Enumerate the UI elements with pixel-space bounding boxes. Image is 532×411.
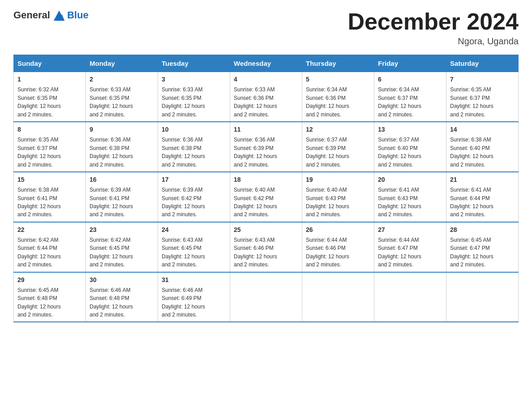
day-number: 5 <box>306 75 370 84</box>
day-info: Sunrise: 6:35 AMSunset: 6:37 PMDaylight:… <box>450 86 493 117</box>
day-number: 6 <box>378 75 442 84</box>
day-info: Sunrise: 6:33 AMSunset: 6:35 PMDaylight:… <box>162 86 205 117</box>
logo-icon <box>53 9 65 21</box>
day-number: 2 <box>90 75 154 84</box>
calendar-cell: 7Sunrise: 6:35 AMSunset: 6:37 PMDaylight… <box>446 72 519 122</box>
column-header-tuesday: Tuesday <box>158 55 230 72</box>
day-number: 21 <box>450 175 515 184</box>
column-header-sunday: Sunday <box>14 55 86 72</box>
calendar-week-row: 8Sunrise: 6:35 AMSunset: 6:37 PMDaylight… <box>14 122 519 172</box>
calendar-cell: 14Sunrise: 6:38 AMSunset: 6:40 PMDayligh… <box>446 122 519 172</box>
day-info: Sunrise: 6:45 AMSunset: 6:48 PMDaylight:… <box>17 287 61 318</box>
day-number: 29 <box>17 275 82 284</box>
day-number: 14 <box>450 125 515 134</box>
day-info: Sunrise: 6:40 AMSunset: 6:43 PMDaylight:… <box>306 187 349 218</box>
column-header-thursday: Thursday <box>302 55 374 72</box>
day-info: Sunrise: 6:42 AMSunset: 6:44 PMDaylight:… <box>17 237 61 268</box>
day-number: 13 <box>378 125 442 134</box>
day-number: 19 <box>306 175 370 184</box>
day-info: Sunrise: 6:37 AMSunset: 6:40 PMDaylight:… <box>378 137 421 167</box>
day-number: 9 <box>90 125 154 134</box>
day-info: Sunrise: 6:32 AMSunset: 6:35 PMDaylight:… <box>17 86 61 117</box>
day-number: 11 <box>234 125 298 134</box>
calendar-cell: 10Sunrise: 6:36 AMSunset: 6:38 PMDayligh… <box>158 122 230 172</box>
day-info: Sunrise: 6:42 AMSunset: 6:45 PMDaylight:… <box>90 237 133 268</box>
calendar-cell: 29Sunrise: 6:45 AMSunset: 6:48 PMDayligh… <box>14 272 86 322</box>
calendar-cell: 8Sunrise: 6:35 AMSunset: 6:37 PMDaylight… <box>14 122 86 172</box>
column-header-saturday: Saturday <box>446 55 519 72</box>
page-header: General Blue December 2024 Ngora, Uganda <box>13 9 519 47</box>
day-number: 17 <box>162 175 226 184</box>
day-info: Sunrise: 6:36 AMSunset: 6:38 PMDaylight:… <box>90 137 133 167</box>
calendar-cell: 5Sunrise: 6:34 AMSunset: 6:36 PMDaylight… <box>302 72 374 122</box>
day-number: 4 <box>234 75 298 84</box>
calendar-cell: 25Sunrise: 6:43 AMSunset: 6:46 PMDayligh… <box>230 222 302 272</box>
logo-general-text: General <box>13 9 50 21</box>
day-info: Sunrise: 6:33 AMSunset: 6:36 PMDaylight:… <box>234 86 277 117</box>
day-number: 20 <box>378 175 442 184</box>
day-info: Sunrise: 6:46 AMSunset: 6:48 PMDaylight:… <box>90 287 133 318</box>
calendar-cell <box>230 272 302 322</box>
column-header-friday: Friday <box>374 55 446 72</box>
calendar-cell: 18Sunrise: 6:40 AMSunset: 6:42 PMDayligh… <box>230 172 302 222</box>
day-info: Sunrise: 6:38 AMSunset: 6:41 PMDaylight:… <box>17 187 61 218</box>
calendar-cell: 1Sunrise: 6:32 AMSunset: 6:35 PMDaylight… <box>14 72 86 122</box>
logo: General Blue <box>13 9 89 21</box>
day-number: 8 <box>17 125 82 134</box>
day-number: 27 <box>378 225 442 234</box>
calendar-cell: 17Sunrise: 6:39 AMSunset: 6:42 PMDayligh… <box>158 172 230 222</box>
calendar-week-row: 29Sunrise: 6:45 AMSunset: 6:48 PMDayligh… <box>14 272 519 322</box>
day-number: 23 <box>90 225 154 234</box>
day-number: 28 <box>450 225 515 234</box>
calendar-cell: 24Sunrise: 6:43 AMSunset: 6:45 PMDayligh… <box>158 222 230 272</box>
calendar-cell: 28Sunrise: 6:45 AMSunset: 6:47 PMDayligh… <box>446 222 519 272</box>
calendar-cell: 6Sunrise: 6:34 AMSunset: 6:37 PMDaylight… <box>374 72 446 122</box>
day-info: Sunrise: 6:40 AMSunset: 6:42 PMDaylight:… <box>234 187 277 218</box>
location: Ngora, Uganda <box>348 36 519 47</box>
day-number: 10 <box>162 125 226 134</box>
day-number: 25 <box>234 225 298 234</box>
calendar-cell: 30Sunrise: 6:46 AMSunset: 6:48 PMDayligh… <box>86 272 158 322</box>
day-info: Sunrise: 6:39 AMSunset: 6:42 PMDaylight:… <box>162 187 205 218</box>
calendar-cell: 15Sunrise: 6:38 AMSunset: 6:41 PMDayligh… <box>14 172 86 222</box>
title-block: December 2024 Ngora, Uganda <box>348 9 519 47</box>
calendar-table: SundayMondayTuesdayWednesdayThursdayFrid… <box>13 55 519 322</box>
day-info: Sunrise: 6:36 AMSunset: 6:39 PMDaylight:… <box>234 137 277 167</box>
calendar-cell <box>446 272 519 322</box>
day-number: 24 <box>162 225 226 234</box>
calendar-cell: 31Sunrise: 6:46 AMSunset: 6:49 PMDayligh… <box>158 272 230 322</box>
calendar-header-row: SundayMondayTuesdayWednesdayThursdayFrid… <box>14 55 519 72</box>
day-number: 3 <box>162 75 226 84</box>
day-info: Sunrise: 6:33 AMSunset: 6:35 PMDaylight:… <box>90 86 133 117</box>
calendar-cell: 2Sunrise: 6:33 AMSunset: 6:35 PMDaylight… <box>86 72 158 122</box>
calendar-week-row: 1Sunrise: 6:32 AMSunset: 6:35 PMDaylight… <box>14 72 519 122</box>
day-info: Sunrise: 6:39 AMSunset: 6:41 PMDaylight:… <box>90 187 133 218</box>
month-title: December 2024 <box>348 9 519 34</box>
day-number: 1 <box>17 75 82 84</box>
calendar-cell <box>302 272 374 322</box>
column-header-monday: Monday <box>86 55 158 72</box>
calendar-week-row: 15Sunrise: 6:38 AMSunset: 6:41 PMDayligh… <box>14 172 519 222</box>
day-info: Sunrise: 6:34 AMSunset: 6:36 PMDaylight:… <box>306 86 349 117</box>
day-info: Sunrise: 6:44 AMSunset: 6:46 PMDaylight:… <box>306 237 349 268</box>
day-info: Sunrise: 6:37 AMSunset: 6:39 PMDaylight:… <box>306 137 349 167</box>
day-info: Sunrise: 6:46 AMSunset: 6:49 PMDaylight:… <box>162 287 205 318</box>
day-number: 30 <box>90 275 154 284</box>
calendar-cell: 19Sunrise: 6:40 AMSunset: 6:43 PMDayligh… <box>302 172 374 222</box>
calendar-cell: 12Sunrise: 6:37 AMSunset: 6:39 PMDayligh… <box>302 122 374 172</box>
calendar-cell: 11Sunrise: 6:36 AMSunset: 6:39 PMDayligh… <box>230 122 302 172</box>
day-info: Sunrise: 6:41 AMSunset: 6:43 PMDaylight:… <box>378 187 421 218</box>
day-info: Sunrise: 6:41 AMSunset: 6:44 PMDaylight:… <box>450 187 493 218</box>
day-info: Sunrise: 6:36 AMSunset: 6:38 PMDaylight:… <box>162 137 205 167</box>
day-info: Sunrise: 6:43 AMSunset: 6:45 PMDaylight:… <box>162 237 205 268</box>
calendar-cell: 13Sunrise: 6:37 AMSunset: 6:40 PMDayligh… <box>374 122 446 172</box>
calendar-cell: 26Sunrise: 6:44 AMSunset: 6:46 PMDayligh… <box>302 222 374 272</box>
calendar-cell: 21Sunrise: 6:41 AMSunset: 6:44 PMDayligh… <box>446 172 519 222</box>
day-number: 12 <box>306 125 370 134</box>
calendar-cell: 20Sunrise: 6:41 AMSunset: 6:43 PMDayligh… <box>374 172 446 222</box>
day-info: Sunrise: 6:44 AMSunset: 6:47 PMDaylight:… <box>378 237 421 268</box>
day-number: 15 <box>17 175 82 184</box>
day-info: Sunrise: 6:34 AMSunset: 6:37 PMDaylight:… <box>378 86 421 117</box>
day-info: Sunrise: 6:38 AMSunset: 6:40 PMDaylight:… <box>450 137 493 167</box>
calendar-cell: 4Sunrise: 6:33 AMSunset: 6:36 PMDaylight… <box>230 72 302 122</box>
